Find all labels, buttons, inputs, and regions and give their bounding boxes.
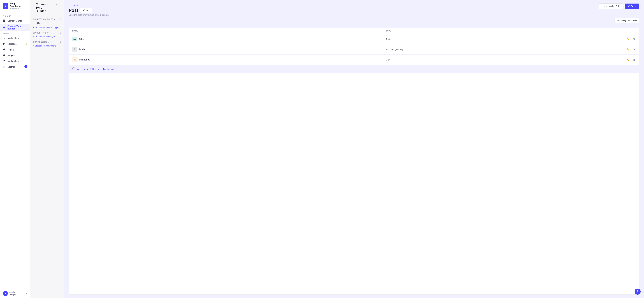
shopping-cart-icon: [3, 60, 6, 62]
sidebar-label-plugins: Plugins: [8, 54, 15, 56]
add-field-to-collection-button[interactable]: + Add another field to this collection t…: [69, 65, 639, 73]
app-logo: S: [3, 3, 8, 9]
blocks-field-icon: ⠿: [72, 47, 77, 52]
chevron-down-icon-2: ▾: [48, 32, 50, 34]
chevron-down-icon-3: ▾: [48, 41, 49, 43]
sidebar-label-deploy: Deploy: [8, 48, 14, 51]
svg-point-6: [4, 66, 4, 67]
panel-title: Content-TypeBuilder: [33, 3, 52, 16]
sidebar-label-releases: Releases: [8, 42, 16, 45]
delete-field-button[interactable]: 🗑: [632, 47, 636, 52]
sidebar-item-marketplace[interactable]: Marketplace: [0, 58, 30, 64]
field-name: Published: [79, 58, 90, 61]
plus-circle-icon: +: [72, 67, 76, 71]
collection-types-label: COLLECTION TYPES ▾: [33, 18, 55, 20]
field-name: Title: [79, 38, 84, 40]
col-name-header: NAME: [69, 28, 382, 34]
settings-icon: [3, 65, 6, 68]
edit-field-button[interactable]: ✏️: [626, 37, 630, 41]
back-arrow-icon: ←: [69, 3, 72, 6]
sidebar-label-media-library: Media Library: [8, 37, 21, 40]
sidebar: S Strapi Dashboard Workplace PLUGINS Con…: [0, 0, 30, 298]
user-name: Justin Ellingwood: [10, 291, 24, 296]
svg-rect-3: [4, 21, 6, 22]
sidebar-item-content-manager[interactable]: Content Manager: [0, 18, 30, 24]
check-icon: ✓: [628, 5, 630, 8]
sidebar-footer: JE Justin Ellingwood <: [0, 289, 30, 298]
sidebar-nav: PLUGINS Content Manager Content-Type Bui…: [0, 12, 30, 289]
app-name: Strapi Dashboard: [10, 2, 28, 8]
panel-search-button[interactable]: [54, 3, 58, 8]
main-content: ← Back Post Edit Build the data architec…: [64, 0, 644, 298]
date-field-icon: 📅: [72, 57, 77, 62]
sidebar-item-settings[interactable]: Settings 1: [0, 64, 30, 70]
puzzle-icon: [3, 26, 6, 29]
image-icon: [3, 36, 6, 40]
single-types-label: SINGLE TYPES ▾: [33, 32, 50, 34]
single-types-count: 0: [60, 32, 61, 34]
table-row: ⠿ Body Rich text (Blocks) ✏️ 🗑: [69, 44, 639, 54]
fields-table-container: NAME TYPE Ab Title Text ✏️ 🗑: [69, 28, 639, 295]
paper-plane-icon: [3, 42, 6, 45]
breadcrumb[interactable]: ← Back: [69, 3, 109, 6]
text-field-icon: Ab: [72, 37, 77, 42]
svg-point-7: [56, 4, 57, 6]
configure-view-button[interactable]: Configure the view: [614, 18, 639, 23]
app-workspace: Workplace: [10, 8, 28, 10]
sidebar-label-settings: Settings: [8, 66, 15, 68]
edit-field-button[interactable]: ✏️: [626, 47, 630, 52]
sidebar-label-content-type-builder: Content-Type Builder: [8, 25, 28, 30]
sidebar-item-plugins[interactable]: Plugins: [0, 52, 30, 58]
gear-icon: [3, 54, 6, 57]
sidebar-item-releases[interactable]: Releases 🔒: [0, 41, 30, 47]
plugins-section-label: PLUGINS: [0, 14, 30, 18]
fields-table: NAME TYPE Ab Title Text ✏️ 🗑: [69, 28, 639, 65]
delete-field-button[interactable]: 🗑: [632, 37, 636, 41]
edit-button[interactable]: Edit: [80, 8, 92, 13]
sidebar-item-deploy[interactable]: Deploy: [0, 47, 30, 52]
add-another-field-button[interactable]: + Add another field: [599, 3, 623, 9]
grid-icon: [3, 19, 6, 22]
delete-field-button[interactable]: 🗑: [632, 58, 636, 62]
help-button[interactable]: ?: [634, 288, 641, 295]
svg-rect-0: [3, 20, 4, 20]
field-type: Text: [386, 38, 390, 40]
save-button[interactable]: ✓ Save: [625, 4, 639, 9]
sidebar-header: S Strapi Dashboard Workplace: [0, 0, 30, 12]
back-label: Back: [73, 4, 78, 6]
col-type-header: TYPE: [382, 28, 582, 34]
svg-rect-1: [4, 20, 6, 20]
page-title: Post: [69, 8, 78, 13]
components-count: 0: [60, 41, 61, 43]
field-type: Rich text (Blocks): [386, 48, 403, 51]
create-collection-type-link[interactable]: + Create new collection type: [30, 26, 64, 30]
create-single-type-link[interactable]: + Create new single type: [30, 34, 64, 39]
user-avatar: JE: [3, 291, 8, 296]
sidebar-item-content-type-builder[interactable]: Content-Type Builder: [0, 24, 30, 31]
sidebar-label-marketplace: Marketplace: [8, 60, 19, 62]
table-row: 📅 Published Date ✏️ 🗑: [69, 54, 639, 65]
content-type-panel: Content-TypeBuilder COLLECTION TYPES ▾ 1…: [30, 0, 64, 298]
collapse-button[interactable]: <: [26, 292, 28, 295]
collection-types-count: 1: [60, 18, 61, 20]
chevron-down-icon: ▾: [54, 18, 55, 20]
table-row: Ab Title Text ✏️ 🗑: [69, 34, 639, 44]
settings-badge: 1: [24, 65, 28, 68]
page-subtitle: Build the data architecture of your cont…: [69, 14, 109, 16]
lock-icon: 🔒: [25, 43, 28, 45]
cloud-icon: [3, 48, 6, 51]
general-section-label: GENERAL: [0, 31, 30, 35]
create-component-link[interactable]: + Create new component: [30, 44, 64, 48]
sidebar-item-media-library[interactable]: Media Library: [0, 35, 30, 41]
svg-rect-2: [3, 21, 4, 22]
sidebar-label-content-manager: Content Manager: [8, 20, 24, 22]
collection-item-user[interactable]: User: [30, 21, 64, 26]
components-label: COMPONENTS ▾: [33, 41, 49, 43]
edit-field-button[interactable]: ✏️: [626, 58, 630, 62]
field-type: Date: [386, 58, 390, 61]
main-header: ← Back Post Edit Build the data architec…: [64, 0, 644, 16]
field-name: Body: [79, 48, 85, 51]
add-field-label: Add another field to this collection typ…: [77, 68, 115, 70]
